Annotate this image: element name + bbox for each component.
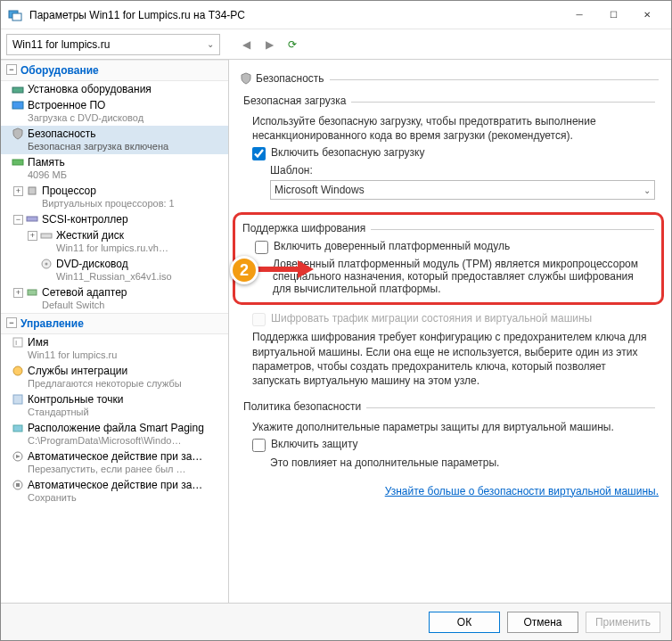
encryption-extra: Шифровать трафик миграции состояния и ви… (238, 312, 659, 395)
cancel-button[interactable]: Отмена (507, 612, 578, 633)
section-hardware[interactable]: − Оборудование (1, 60, 228, 81)
svg-rect-2 (12, 87, 23, 93)
tpm-desc: Доверенный платформенный модуль (TPM) яв… (255, 258, 654, 295)
sidebar-item-scsi[interactable]: − SCSI-контроллер (1, 211, 228, 227)
secure-boot-group: Безопасная загрузка Используйте безопасн… (238, 95, 659, 207)
toolbar: Win11 for lumpics.ru ⌄ ◀ ▶ ⟳ (1, 29, 671, 60)
expand-icon[interactable]: + (28, 231, 37, 241)
template-select[interactable]: Microsoft Windows ⌄ (270, 180, 655, 200)
secure-boot-checkbox[interactable] (252, 147, 266, 160)
collapse-icon[interactable]: − (6, 317, 17, 328)
secure-boot-heading: Безопасная загрузка (243, 95, 346, 107)
sidebar-item-smart-paging[interactable]: Расположение файла Smart Paging C:\Progr… (1, 420, 228, 448)
footer: ОК Отмена Применить (1, 603, 671, 640)
titlebar: Параметры Win11 for Lumpics.ru на T34-PC… (1, 1, 671, 29)
page-title: Безопасность (256, 72, 324, 85)
template-label: Шаблон: (270, 164, 655, 177)
secure-boot-checkbox-label: Включить безопасную загрузку (271, 146, 424, 159)
sidebar: − Оборудование Установка оборудования Вс… (1, 60, 229, 603)
nav-back-button[interactable]: ◀ (236, 35, 256, 54)
policy-checkbox[interactable] (252, 439, 266, 452)
expand-icon[interactable]: + (13, 186, 23, 196)
migrate-checkbox-label: Шифровать трафик миграции состояния и ви… (271, 312, 592, 325)
encryption-heading: Поддержка шифрования (242, 222, 365, 234)
window-title: Параметры Win11 for Lumpics.ru на T34-PC (29, 9, 562, 21)
dvd-icon (40, 258, 53, 270)
svg-rect-15 (13, 425, 22, 431)
svg-rect-10 (28, 290, 37, 295)
refresh-button[interactable]: ⟳ (283, 35, 302, 54)
add-hardware-icon (12, 83, 24, 95)
policy-heading: Политика безопасности (243, 400, 361, 413)
sidebar-item-cpu[interactable]: + Процессор Виртуальных процессоров: 1 (1, 183, 228, 211)
policy-checkbox-row[interactable]: Включить защиту (252, 438, 655, 452)
svg-point-9 (45, 263, 48, 266)
collapse-icon[interactable]: − (6, 64, 17, 75)
svg-rect-1 (12, 13, 21, 21)
collapse-icon[interactable]: − (13, 215, 23, 225)
svg-rect-14 (13, 395, 22, 404)
body: − Оборудование Установка оборудования Вс… (1, 60, 671, 603)
svg-point-13 (13, 366, 22, 375)
svg-text:I: I (15, 339, 17, 347)
svg-rect-5 (29, 187, 36, 194)
settings-window: Параметры Win11 for Lumpics.ru на T34-PC… (0, 0, 672, 641)
sidebar-item-checkpoints[interactable]: Контрольные точки Стандартный (1, 391, 228, 420)
svg-rect-6 (27, 217, 37, 221)
sidebar-item-hdd[interactable]: + Жесткий диск Win11 for lumpics.ru.vh… (1, 227, 228, 256)
learn-more-link[interactable]: Узнайте больше о безопасности виртуально… (238, 485, 659, 497)
sidebar-item-name[interactable]: I Имя Win11 for lumpics.ru (1, 334, 228, 363)
tpm-checkbox-row[interactable]: Включить доверенный платформенный модуль (255, 240, 654, 254)
apply-button[interactable]: Применить (586, 612, 660, 633)
page-title-row: Безопасность (238, 72, 659, 87)
sidebar-item-security[interactable]: Безопасность Безопасная загрузка включен… (1, 126, 228, 154)
sidebar-item-firmware[interactable]: Встроенное ПО Загрузка с DVD-дисковод (1, 97, 228, 126)
checkpoint-icon (12, 393, 24, 406)
secure-boot-checkbox-row[interactable]: Включить безопасную загрузку (252, 146, 655, 160)
sidebar-item-add-hardware[interactable]: Установка оборудования (1, 81, 228, 97)
security-policy-group: Политика безопасности Укажите дополнител… (238, 400, 659, 477)
chevron-down-icon: ⌄ (207, 39, 214, 49)
ok-button[interactable]: ОК (429, 612, 500, 633)
auto-stop-icon (12, 479, 24, 491)
chevron-down-icon: ⌄ (643, 185, 651, 195)
smart-paging-icon (12, 422, 24, 434)
encryption-note: Поддержка шифрования требует конфигураци… (252, 330, 655, 388)
svg-rect-7 (41, 234, 52, 238)
integration-icon (12, 365, 24, 377)
migrate-checkbox (252, 313, 266, 326)
name-icon: I (12, 336, 24, 349)
vm-selector[interactable]: Win11 for lumpics.ru ⌄ (6, 34, 220, 55)
content-pane: Безопасность Безопасная загрузка Использ… (229, 60, 671, 603)
nic-icon (26, 286, 38, 299)
app-icon (8, 8, 22, 22)
cpu-icon (26, 185, 38, 197)
minimize-button[interactable]: ─ (562, 3, 596, 28)
tpm-checkbox[interactable] (255, 241, 268, 254)
sidebar-item-memory[interactable]: Память 4096 МБ (1, 154, 228, 183)
sidebar-item-auto-start[interactable]: Автоматическое действие при за… Перезапу… (1, 448, 228, 477)
shield-icon (12, 127, 24, 140)
svg-rect-18 (16, 483, 20, 487)
vm-selector-label: Win11 for lumpics.ru (12, 38, 110, 51)
migrate-checkbox-row: Шифровать трафик миграции состояния и ви… (252, 312, 655, 326)
annotation-highlight: 2 Поддержка шифрования Включить доверенн… (233, 212, 664, 305)
nav-forward-button[interactable]: ▶ (259, 35, 279, 54)
sidebar-item-dvd[interactable]: DVD-дисковод Win11_Russian_x64v1.iso (1, 256, 228, 284)
memory-icon (12, 156, 24, 168)
policy-note: Это повлияет на дополнительные параметры… (252, 456, 655, 470)
close-button[interactable]: ✕ (630, 3, 664, 28)
sidebar-item-auto-stop[interactable]: Автоматическое действие при за… Сохранит… (1, 477, 228, 505)
auto-start-icon (12, 450, 24, 463)
sidebar-item-nic[interactable]: + Сетевой адаптер Default Switch (1, 284, 228, 313)
tpm-checkbox-label: Включить доверенный платформенный модуль (274, 240, 510, 252)
svg-rect-3 (12, 102, 23, 109)
maximize-button[interactable]: ☐ (596, 3, 630, 28)
svg-marker-20 (298, 260, 314, 278)
scsi-icon (26, 213, 38, 226)
expand-icon[interactable]: + (13, 288, 23, 298)
section-management[interactable]: − Управление (1, 313, 228, 334)
svg-rect-4 (12, 160, 23, 165)
sidebar-item-integration[interactable]: Службы интеграции Предлагаются некоторые… (1, 363, 228, 391)
policy-desc: Укажите дополнительные параметры защиты … (252, 420, 655, 434)
